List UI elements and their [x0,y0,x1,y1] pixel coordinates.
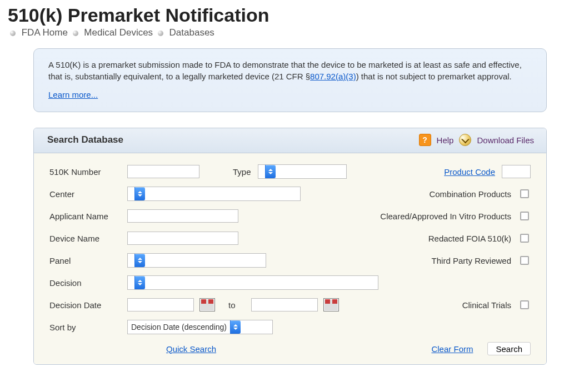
chevron-updown-icon [134,187,145,200]
label-device-name: Device Name [49,234,127,243]
info-box: A 510(K) is a premarket submission made … [33,48,547,112]
page-title: 510(k) Premarket Notification [8,4,569,26]
input-date-from[interactable] [127,298,194,311]
label-decision: Decision [49,278,127,288]
select-sort-by[interactable]: Decision Date (descending) [127,320,273,334]
breadcrumb: FDA Home Medical Devices Databases [8,27,569,38]
checkbox-cleared-vitro[interactable] [520,212,529,220]
download-icon [459,134,471,146]
select-panel[interactable] [127,253,266,268]
select-decision[interactable] [127,275,378,290]
input-date-to[interactable] [251,298,318,311]
bullet-icon [10,31,16,36]
cfr-link[interactable]: 807.92(a)(3) [310,72,356,81]
product-code-link[interactable]: Product Code [444,167,495,177]
label-clinical-trials: Clinical Trials [462,300,511,310]
input-device-name[interactable] [127,232,238,245]
clear-form-link[interactable]: Clear Form [431,344,473,354]
label-center: Center [49,189,127,199]
search-form: 510K Number Type Product Code Center [34,153,546,364]
help-icon: ? [419,134,431,146]
label-cleared-vitro: Cleared/Approved In Vitro Products [380,212,511,221]
label-redacted-foia: Redacted FOIA 510(k) [428,234,511,243]
breadcrumb-fda-home[interactable]: FDA Home [22,27,68,38]
chevron-updown-icon [134,254,145,267]
label-510k-number: 510K Number [49,167,127,177]
label-panel: Panel [49,256,127,265]
quick-search-link[interactable]: Quick Search [166,344,216,354]
label-decision-date: Decision Date [49,300,127,310]
search-header: Search Database ? Help Download Files [34,128,546,153]
label-sort-by: Sort by [49,323,127,332]
calendar-icon[interactable] [199,298,215,311]
checkbox-clinical-trials[interactable] [520,300,529,309]
breadcrumb-databases[interactable]: Databases [169,27,214,38]
label-to: to [228,300,236,310]
label-applicant-name: Applicant Name [49,212,127,221]
input-510k-number[interactable] [127,165,199,178]
input-applicant-name[interactable] [127,209,238,223]
info-text-after: ) that is not subject to premarket appro… [356,72,512,81]
input-product-code[interactable] [502,165,531,178]
chevron-updown-icon [134,276,145,289]
select-center[interactable] [127,187,301,201]
search-panel: Search Database ? Help Download Files 51… [33,128,547,365]
checkbox-third-party[interactable] [520,256,529,265]
download-files-link[interactable]: Download Files [477,135,534,145]
learn-more-link[interactable]: Learn more... [48,89,98,100]
label-third-party: Third Party Reviewed [432,256,511,265]
bullet-icon [158,31,163,36]
help-link[interactable]: Help [437,135,454,145]
calendar-icon[interactable] [323,298,339,311]
breadcrumb-medical-devices[interactable]: Medical Devices [84,27,153,38]
label-type: Type [233,167,251,177]
checkbox-combination-products[interactable] [520,189,529,198]
select-type[interactable] [258,164,347,179]
chevron-updown-icon [265,165,276,178]
label-combination-products: Combination Products [429,189,511,199]
checkbox-redacted-foia[interactable] [520,234,529,243]
bullet-icon [73,31,78,36]
search-button[interactable]: Search [487,342,531,355]
search-title: Search Database [47,134,123,145]
chevron-updown-icon [230,320,241,334]
